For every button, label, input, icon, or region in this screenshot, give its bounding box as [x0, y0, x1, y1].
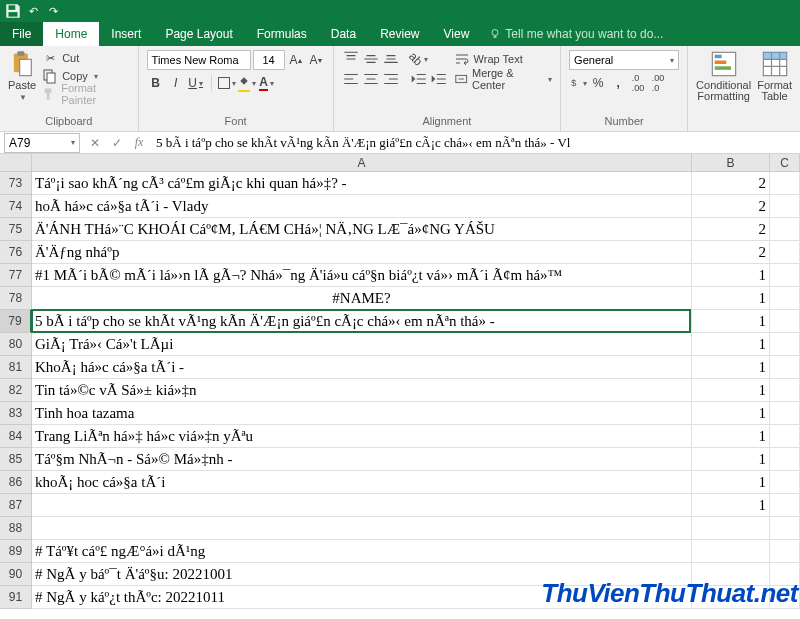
cell[interactable]: # Táº¥t cáº£ ngÆ°á»i dÃ¹ng	[32, 540, 692, 563]
cancel-formula-button[interactable]: ✕	[84, 133, 106, 153]
cell[interactable]	[770, 494, 800, 517]
col-header-a[interactable]: A	[32, 154, 692, 172]
italic-button[interactable]: I	[167, 74, 185, 92]
cell[interactable]: khoÃ¡ hoc cá»§a tÃ´i	[32, 471, 692, 494]
tab-file[interactable]: File	[0, 22, 43, 46]
cell[interactable]: 1	[692, 425, 770, 448]
row-header[interactable]: 74	[0, 195, 32, 218]
conditional-formatting-button[interactable]: Conditional Formatting	[696, 50, 751, 102]
align-bottom-button[interactable]	[382, 50, 400, 68]
undo-icon[interactable]: ↶	[24, 2, 42, 20]
paste-button[interactable]: Paste ▼	[8, 50, 36, 102]
align-right-button[interactable]	[382, 70, 400, 88]
cell[interactable]	[770, 310, 800, 333]
cell[interactable]	[770, 448, 800, 471]
row-header[interactable]: 84	[0, 425, 32, 448]
save-icon[interactable]	[4, 2, 22, 20]
name-box[interactable]: A79▾	[4, 133, 80, 153]
cell[interactable]	[770, 425, 800, 448]
tab-formulas[interactable]: Formulas	[245, 22, 319, 46]
align-left-button[interactable]	[342, 70, 360, 88]
align-center-button[interactable]	[362, 70, 380, 88]
cell[interactable]: 1	[692, 333, 770, 356]
cell[interactable]: #1 MÃ´i bÃ© mÃ´i lá»›n lÃ gÃ¬? Nhá»¯ng Ä…	[32, 264, 692, 287]
cell[interactable]: KhoÃ¡ há»c cá»§a tÃ´i -	[32, 356, 692, 379]
align-top-button[interactable]	[342, 50, 360, 68]
cell[interactable]: hoÃ há»c cá»§a tÃ´i - Vlady	[32, 195, 692, 218]
number-format-combo[interactable]: General▾	[569, 50, 679, 70]
row-header[interactable]: 73	[0, 172, 32, 195]
cell[interactable]: 1	[692, 310, 770, 333]
cell[interactable]: 1	[692, 356, 770, 379]
row-header[interactable]: 89	[0, 540, 32, 563]
row-header[interactable]: 82	[0, 379, 32, 402]
row-header[interactable]: 78	[0, 287, 32, 310]
cell[interactable]: 1	[692, 287, 770, 310]
cell[interactable]	[770, 333, 800, 356]
tab-insert[interactable]: Insert	[99, 22, 153, 46]
cell[interactable]: 5 bÃ i táº­p cho se khÃ­t vÃ¹ng kÃ­n Ä'Æ…	[32, 310, 692, 333]
row-header[interactable]: 86	[0, 471, 32, 494]
tell-me-search[interactable]: Tell me what you want to do...	[489, 22, 663, 46]
row-header[interactable]: 90	[0, 563, 32, 586]
cell[interactable]: Ä'ÁNH THá»¨C KHOÁI Cáº¢M, LÁ€M CHá»¦ NÄ‚…	[32, 218, 692, 241]
cell[interactable]: Trang LiÃªn há»‡ há»c viá»‡n yÃªu	[32, 425, 692, 448]
cell[interactable]: Ä'Äƒng nháº­p	[32, 241, 692, 264]
align-middle-button[interactable]	[362, 50, 380, 68]
decrease-indent-button[interactable]	[410, 70, 428, 88]
cell[interactable]	[770, 241, 800, 264]
cell[interactable]	[32, 494, 692, 517]
tab-page-layout[interactable]: Page Layout	[153, 22, 244, 46]
cell[interactable]	[770, 172, 800, 195]
row-header[interactable]: 83	[0, 402, 32, 425]
cell[interactable]: #NAME?	[32, 287, 692, 310]
accounting-button[interactable]: $▾	[569, 74, 587, 92]
font-color-button[interactable]: A▾	[258, 74, 276, 92]
row-header[interactable]: 80	[0, 333, 32, 356]
percent-button[interactable]: %	[589, 74, 607, 92]
merge-center-button[interactable]: Merge & Center▾	[454, 71, 553, 87]
cell[interactable]	[770, 402, 800, 425]
orientation-button[interactable]: ab▾	[410, 50, 428, 68]
cell[interactable]	[770, 540, 800, 563]
cell[interactable]: 1	[692, 494, 770, 517]
cell[interactable]: 2	[692, 218, 770, 241]
cut-button[interactable]: ✂Cut	[42, 50, 129, 66]
col-header-b[interactable]: B	[692, 154, 770, 172]
enter-formula-button[interactable]: ✓	[106, 133, 128, 153]
cell[interactable]: Tinh hoa tazama	[32, 402, 692, 425]
row-header[interactable]: 77	[0, 264, 32, 287]
redo-icon[interactable]: ↷	[44, 2, 62, 20]
increase-decimal-button[interactable]: .0.00	[629, 74, 647, 92]
cell[interactable]	[32, 517, 692, 540]
tab-review[interactable]: Review	[368, 22, 431, 46]
cell[interactable]: Tin tá»©c vÃ Sá»± kiá»‡n	[32, 379, 692, 402]
fx-button[interactable]: fx	[128, 133, 150, 153]
borders-button[interactable]: ▾	[218, 74, 236, 92]
format-painter-button[interactable]: Format Painter	[42, 86, 129, 102]
underline-button[interactable]: U▾	[187, 74, 205, 92]
row-header[interactable]: 88	[0, 517, 32, 540]
cell[interactable]: 2	[692, 241, 770, 264]
cell[interactable]	[692, 540, 770, 563]
cell[interactable]	[692, 517, 770, 540]
select-all-corner[interactable]	[0, 154, 32, 172]
cell[interactable]: 1	[692, 402, 770, 425]
tab-data[interactable]: Data	[319, 22, 368, 46]
cell[interactable]	[770, 517, 800, 540]
cell[interactable]	[770, 356, 800, 379]
format-table-button[interactable]: Format Table	[757, 50, 792, 102]
cell[interactable]	[770, 379, 800, 402]
fill-color-button[interactable]: ▾	[238, 74, 256, 92]
row-header[interactable]: 75	[0, 218, 32, 241]
row-header[interactable]: 76	[0, 241, 32, 264]
row-header[interactable]: 85	[0, 448, 32, 471]
cell[interactable]: 2	[692, 172, 770, 195]
cell[interactable]	[770, 218, 800, 241]
tab-view[interactable]: View	[432, 22, 482, 46]
font-name-combo[interactable]: Times New Roma	[147, 50, 251, 70]
row-header[interactable]: 91	[0, 586, 32, 609]
formula-bar[interactable]: 5 bÃ i táº­p cho se khÃ­t vÃ¹ng kÃ­n Ä'Æ…	[150, 135, 800, 151]
cell[interactable]: 2	[692, 195, 770, 218]
row-header[interactable]: 81	[0, 356, 32, 379]
